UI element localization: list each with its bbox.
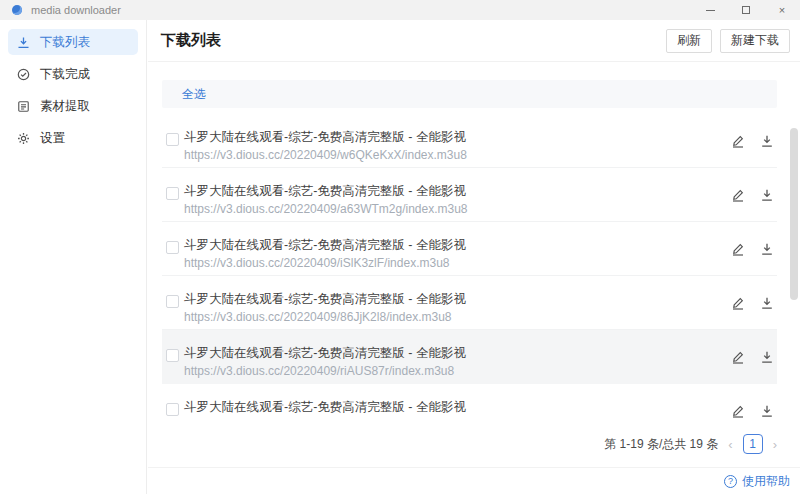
row-actions xyxy=(731,188,774,202)
sidebar-item-material-extract[interactable]: 素材提取 xyxy=(8,93,138,119)
row-text: 斗罗大陆在线观看-综艺-免费高清完整版 - 全能影视 https://v3.di… xyxy=(184,129,697,164)
download-action-icon[interactable] xyxy=(760,296,774,310)
pagination: 第 1-19 条/总共 19 条 ‹ 1 › xyxy=(162,434,777,454)
row-checkbox[interactable] xyxy=(166,187,179,200)
row-actions xyxy=(731,350,774,364)
next-page-icon[interactable]: › xyxy=(773,437,777,452)
download-title: 斗罗大陆在线观看-综艺-免费高清完整版 - 全能影视 xyxy=(184,183,697,200)
current-page-button[interactable]: 1 xyxy=(743,434,763,454)
download-list-item[interactable]: 斗罗大陆在线观看-综艺-免费高清完整版 - 全能影视 xyxy=(162,384,777,420)
row-checkbox[interactable] xyxy=(166,295,179,308)
row-actions xyxy=(731,242,774,256)
help-link[interactable]: ? 使用帮助 xyxy=(724,473,790,490)
download-list-item[interactable]: 斗罗大陆在线观看-综艺-免费高清完整版 - 全能影视 https://v3.di… xyxy=(162,276,777,330)
download-action-icon[interactable] xyxy=(760,350,774,364)
download-title: 斗罗大陆在线观看-综艺-免费高清完整版 - 全能影视 xyxy=(184,399,697,416)
row-text: 斗罗大陆在线观看-综艺-免费高清完整版 - 全能影视 https://v3.di… xyxy=(184,237,697,272)
download-rows: 斗罗大陆在线观看-综艺-免费高清完整版 - 全能影视 https://v3.di… xyxy=(162,114,777,420)
sidebar: 下载列表 下载完成 素材提取 设置 xyxy=(0,20,147,494)
minimize-button[interactable] xyxy=(692,0,728,20)
download-url: https://v3.dious.cc/20220409/riAUS87r/in… xyxy=(184,362,697,380)
row-actions xyxy=(731,404,774,418)
help-label: 使用帮助 xyxy=(742,473,790,490)
sidebar-item-settings[interactable]: 设置 xyxy=(8,125,138,151)
window-controls: × xyxy=(692,0,800,20)
sidebar-item-download-complete[interactable]: 下载完成 xyxy=(8,61,138,87)
maximize-icon xyxy=(742,6,750,14)
select-all-link[interactable]: 全选 xyxy=(182,86,206,103)
row-text: 斗罗大陆在线观看-综艺-免费高清完整版 - 全能影视 xyxy=(184,399,697,416)
sidebar-item-download-list[interactable]: 下载列表 xyxy=(8,29,138,55)
download-list-item[interactable]: 斗罗大陆在线观看-综艺-免费高清完整版 - 全能影视 https://v3.di… xyxy=(162,168,777,222)
edit-icon[interactable] xyxy=(731,134,745,148)
row-text: 斗罗大陆在线观看-综艺-免费高清完整版 - 全能影视 https://v3.di… xyxy=(184,183,697,218)
download-title: 斗罗大陆在线观看-综艺-免费高清完整版 - 全能影视 xyxy=(184,291,697,308)
row-checkbox[interactable] xyxy=(166,349,179,362)
sidebar-item-label: 素材提取 xyxy=(40,98,90,115)
edit-icon[interactable] xyxy=(731,296,745,310)
app-title: media downloader xyxy=(31,4,121,16)
scrollbar-thumb[interactable] xyxy=(790,128,798,300)
titlebar: media downloader × xyxy=(0,0,800,20)
footer: ? 使用帮助 xyxy=(148,467,800,494)
download-action-icon[interactable] xyxy=(760,188,774,202)
row-text: 斗罗大陆在线观看-综艺-免费高清完整版 - 全能影视 https://v3.di… xyxy=(184,291,697,326)
download-title: 斗罗大陆在线观看-综艺-免费高清完整版 - 全能影视 xyxy=(184,129,697,146)
download-action-icon[interactable] xyxy=(760,404,774,418)
minimize-icon xyxy=(706,10,715,11)
download-title: 斗罗大陆在线观看-综艺-免费高清完整版 - 全能影视 xyxy=(184,345,697,362)
edit-icon[interactable] xyxy=(731,242,745,256)
gear-icon xyxy=(17,132,30,145)
select-all-band: 全选 xyxy=(162,80,777,108)
sidebar-item-label: 下载列表 xyxy=(40,34,90,51)
page-title: 下载列表 xyxy=(161,31,221,50)
row-text: 斗罗大陆在线观看-综艺-免费高清完整版 - 全能影视 https://v3.di… xyxy=(184,345,697,380)
app-logo-icon xyxy=(12,5,22,15)
sidebar-item-label: 设置 xyxy=(40,130,65,147)
download-icon xyxy=(17,36,30,49)
download-url: https://v3.dious.cc/20220409/iSlK3zlF/in… xyxy=(184,254,697,272)
refresh-button[interactable]: 刷新 xyxy=(666,29,712,53)
prev-page-icon[interactable]: ‹ xyxy=(728,437,732,452)
download-url: https://v3.dious.cc/20220409/a63WTm2g/in… xyxy=(184,200,697,218)
header-actions: 刷新 新建下载 xyxy=(666,29,790,53)
main-header: 下载列表 刷新 新建下载 xyxy=(148,20,800,62)
sidebar-item-label: 下载完成 xyxy=(40,66,90,83)
download-list-item[interactable]: 斗罗大陆在线观看-综艺-免费高清完整版 - 全能影视 https://v3.di… xyxy=(162,114,777,168)
row-checkbox[interactable] xyxy=(166,133,179,146)
download-url: https://v3.dious.cc/20220409/w6QKeKxX/in… xyxy=(184,146,697,164)
row-actions xyxy=(731,134,774,148)
check-circle-icon xyxy=(17,68,30,81)
edit-icon[interactable] xyxy=(731,350,745,364)
row-actions xyxy=(731,296,774,310)
download-list-section: 全选 斗罗大陆在线观看-综艺-免费高清完整版 - 全能影视 https://v3… xyxy=(148,62,800,454)
download-url: https://v3.dious.cc/20220409/86JjK2l8/in… xyxy=(184,308,697,326)
maximize-button[interactable] xyxy=(728,0,764,20)
edit-icon[interactable] xyxy=(731,404,745,418)
extract-icon xyxy=(17,100,30,113)
download-title: 斗罗大陆在线观看-综艺-免费高清完整版 - 全能影视 xyxy=(184,237,697,254)
download-list-item[interactable]: 斗罗大陆在线观看-综艺-免费高清完整版 - 全能影视 https://v3.di… xyxy=(162,330,777,384)
row-checkbox[interactable] xyxy=(166,403,179,416)
row-checkbox[interactable] xyxy=(166,241,179,254)
main-panel: 下载列表 刷新 新建下载 全选 斗罗大陆在线观看-综艺-免费高清完整版 - 全能… xyxy=(148,20,800,494)
close-button[interactable]: × xyxy=(764,0,800,20)
download-action-icon[interactable] xyxy=(760,242,774,256)
new-download-button[interactable]: 新建下载 xyxy=(720,29,790,53)
pagination-summary: 第 1-19 条/总共 19 条 xyxy=(604,436,718,453)
help-icon: ? xyxy=(724,475,737,488)
download-list-item[interactable]: 斗罗大陆在线观看-综艺-免费高清完整版 - 全能影视 https://v3.di… xyxy=(162,222,777,276)
download-action-icon[interactable] xyxy=(760,134,774,148)
edit-icon[interactable] xyxy=(731,188,745,202)
